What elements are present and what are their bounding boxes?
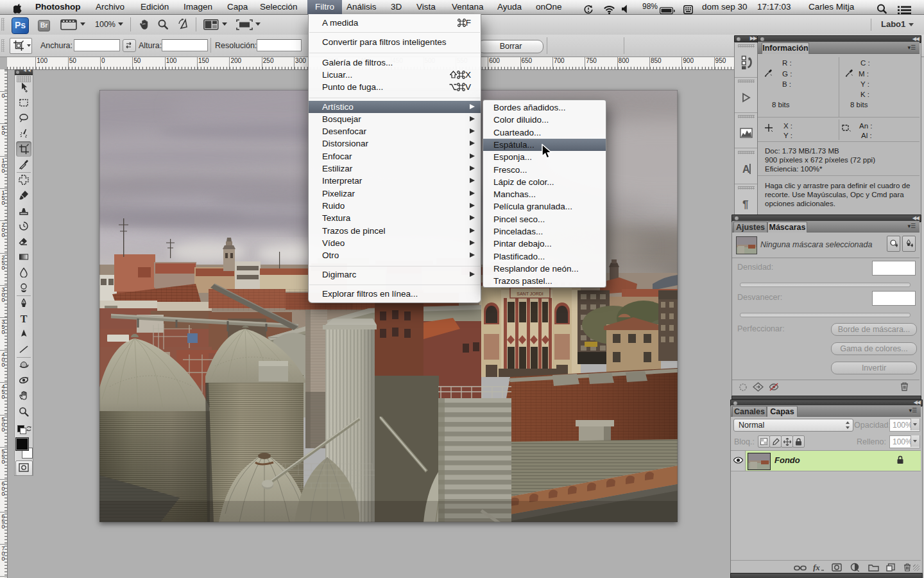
svg-text:fx: fx [813, 563, 820, 572]
svg-text:A: A [742, 164, 750, 175]
svg-text:T: T [21, 313, 28, 324]
svg-text:SANT JORDI: SANT JORDI [517, 292, 543, 296]
svg-text:¶: ¶ [742, 198, 748, 210]
